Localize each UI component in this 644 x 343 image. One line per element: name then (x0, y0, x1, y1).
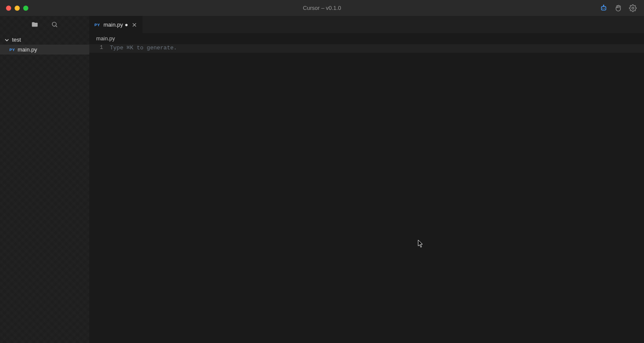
svg-point-6 (52, 22, 56, 26)
window-close-button[interactable] (6, 6, 11, 11)
svg-point-5 (632, 7, 634, 9)
breadcrumb[interactable]: main.py (89, 33, 644, 44)
tree-folder-test[interactable]: test (0, 35, 89, 45)
titlebar-actions (599, 4, 644, 12)
tab-bar: PY main.py ● (89, 16, 644, 33)
tab-dirty-indicator: ● (125, 21, 128, 28)
editor-area: PY main.py ● main.py 1 Type ⌘K to genera… (89, 16, 644, 343)
python-badge-icon: PY (94, 23, 100, 27)
titlebar: Cursor – v0.1.0 (0, 0, 644, 16)
file-tree: test PY main.py (0, 33, 89, 55)
settings-gear-icon[interactable] (629, 4, 637, 12)
editor-line: 1 Type ⌘K to generate. (89, 44, 644, 53)
mouse-cursor-icon (418, 240, 424, 250)
svg-point-4 (603, 5, 604, 6)
window-minimize-button[interactable] (15, 6, 20, 11)
sidebar: test PY main.py (0, 16, 89, 343)
window-maximize-button[interactable] (23, 6, 28, 11)
folder-icon[interactable] (31, 21, 39, 28)
code-editor[interactable]: 1 Type ⌘K to generate. (89, 44, 644, 343)
traffic-lights (0, 6, 28, 11)
close-icon[interactable] (131, 22, 137, 28)
svg-line-7 (56, 26, 57, 27)
window-title: Cursor – v0.1.0 (303, 5, 341, 11)
tab-label: main.py (103, 21, 123, 28)
tree-folder-label: test (12, 36, 21, 43)
line-number: 1 (89, 44, 110, 51)
main-area: test PY main.py PY main.py ● (0, 16, 644, 343)
app-window: Cursor – v0.1.0 (0, 0, 644, 343)
editor-placeholder: Type ⌘K to generate. (110, 44, 177, 51)
svg-point-1 (602, 8, 603, 9)
search-icon[interactable] (51, 21, 58, 28)
sidebar-toolbar (0, 16, 89, 33)
tab-main-py[interactable]: PY main.py ● (89, 16, 143, 33)
svg-point-2 (604, 8, 605, 9)
svg-rect-0 (601, 6, 606, 10)
tree-file-main-py[interactable]: PY main.py (0, 45, 89, 55)
wave-icon[interactable] (614, 4, 623, 12)
breadcrumb-path: main.py (96, 36, 115, 42)
python-badge-icon: PY (9, 48, 15, 52)
chevron-down-icon (4, 37, 9, 42)
ai-bot-icon[interactable] (599, 4, 608, 12)
tree-file-label: main.py (18, 46, 37, 53)
